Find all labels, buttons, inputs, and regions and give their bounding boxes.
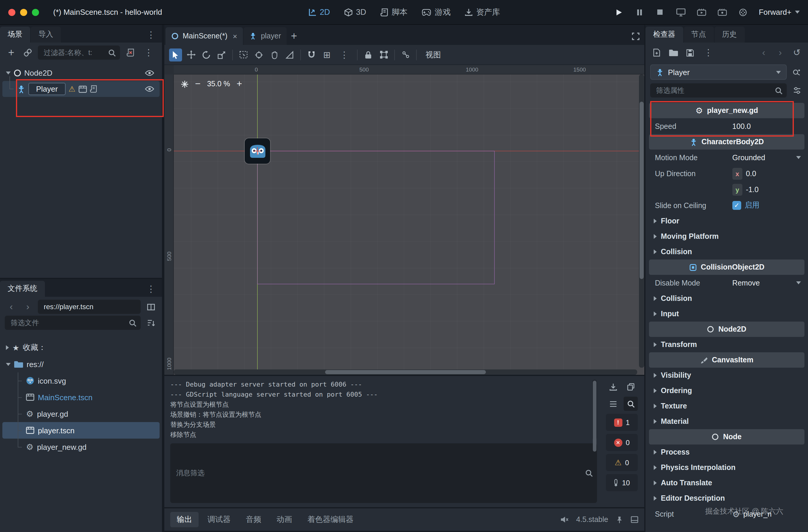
speed-value-field[interactable]: 100.0 — [732, 122, 751, 130]
tab-history[interactable]: 历史 — [714, 26, 745, 42]
output-scrollbar[interactable] — [592, 380, 597, 440]
scrollbar-thumb[interactable] — [325, 370, 486, 374]
bottom-tab-shader-editor[interactable]: 着色器编辑器 — [301, 512, 360, 527]
zoom-window-button[interactable] — [32, 8, 39, 16]
collapse-log-button[interactable] — [606, 397, 620, 411]
tab-inspector[interactable]: 检查器 — [645, 26, 683, 42]
tab-game[interactable]: 游戏 — [422, 7, 451, 17]
group-visibility[interactable]: Visibility — [649, 368, 805, 383]
load-resource-button[interactable] — [667, 46, 680, 59]
grid-snap-button[interactable]: ⊞ — [320, 48, 333, 61]
attached-script-icon[interactable] — [90, 85, 97, 93]
scene-tab-player[interactable]: player — [244, 27, 287, 45]
collapse-icon[interactable] — [6, 363, 11, 366]
scene-tab-mainscene[interactable]: MainScene(*) × — [165, 27, 243, 45]
message-filter-input[interactable] — [175, 469, 582, 478]
2d-viewport[interactable]: 0 500 1000 1500 0 500 1000 — [164, 65, 644, 375]
horizontal-scrollbar[interactable] — [174, 369, 637, 375]
group-collision[interactable]: Collision — [649, 244, 805, 259]
tree-row-player[interactable]: Player ⚠ — [2, 81, 160, 97]
group-physics-interpolation[interactable]: Physics Interpolation — [649, 460, 805, 475]
renderer-selector[interactable]: Forward+ — [759, 8, 800, 17]
property-tools-button[interactable] — [790, 84, 803, 97]
minimize-window-button[interactable] — [20, 8, 27, 16]
file-row-player-gd[interactable]: ⚙ player.gd — [2, 405, 160, 422]
file-row-player-tscn[interactable]: player.tscn — [2, 422, 160, 439]
group-texture[interactable]: Texture — [649, 399, 805, 414]
tab-3d[interactable]: 3D — [344, 8, 366, 17]
view-menu-button[interactable]: 视图 — [421, 49, 446, 60]
group-material[interactable]: Material — [649, 414, 805, 429]
warning-count-badge[interactable]: ⚠ 0 — [606, 454, 638, 471]
node-name-field[interactable]: Player — [29, 83, 66, 95]
root-folder-row[interactable]: res:// — [2, 356, 160, 372]
ruler-tool-button[interactable] — [283, 48, 296, 61]
pan-tool-button[interactable] — [268, 48, 281, 61]
y-value-field[interactable]: -1.0 — [746, 185, 759, 194]
checkbox-checked[interactable]: ✓ — [732, 201, 741, 210]
category-collisionobject2d[interactable]: CollisionObject2D — [649, 259, 805, 275]
category-node[interactable]: Node — [649, 429, 805, 444]
x-value-field[interactable]: 0.0 — [746, 169, 756, 178]
tab-2d[interactable]: 2D — [308, 8, 330, 17]
new-resource-button[interactable] — [650, 46, 663, 59]
tab-assetlib[interactable]: 资产库 — [465, 7, 500, 17]
file-row-icon-svg[interactable]: icon.svg — [2, 372, 160, 389]
file-filter-input[interactable] — [10, 318, 126, 328]
zoom-level[interactable]: 35.0 % — [207, 80, 230, 88]
scrollbar-thumb[interactable] — [593, 381, 596, 452]
resource-menu-button[interactable]: ⋮ — [700, 47, 717, 58]
category-canvasitem[interactable]: CanvasItem — [649, 352, 805, 368]
select-list-button[interactable] — [237, 48, 250, 61]
snap-options-button[interactable]: ⋮ — [336, 49, 353, 60]
group-transform[interactable]: Transform — [649, 337, 805, 352]
bottom-tab-audio[interactable]: 音频 — [239, 512, 268, 527]
new-scene-tab-button[interactable]: + — [288, 30, 300, 42]
rotate-tool-button[interactable] — [200, 48, 213, 61]
group-auto-translate[interactable]: Auto Translate — [649, 475, 805, 491]
pin-bottom-panel-icon[interactable] — [616, 516, 623, 524]
add-node-button[interactable]: + — [5, 46, 18, 59]
scrollbar-thumb[interactable] — [640, 102, 644, 279]
mute-icon[interactable] — [561, 516, 569, 523]
zoom-in-button[interactable]: + — [237, 79, 242, 89]
inspector-object-selector[interactable]: Player — [650, 65, 787, 80]
disable-mode-dropdown[interactable]: Remove — [732, 279, 760, 287]
tab-import[interactable]: 导入 — [31, 26, 61, 42]
save-log-button[interactable] — [606, 380, 620, 394]
expand-bottom-panel-icon[interactable] — [631, 516, 638, 523]
instantiate-scene-button[interactable] — [21, 46, 34, 59]
pause-button[interactable] — [633, 6, 646, 19]
move-tool-button[interactable] — [184, 48, 198, 61]
skeleton-options-button[interactable] — [399, 48, 412, 61]
group-node-button[interactable] — [377, 48, 390, 61]
scale-tool-button[interactable] — [215, 48, 228, 61]
snap-toggle-button[interactable] — [305, 48, 318, 61]
group-process[interactable]: Process — [649, 444, 805, 460]
pivot-tool-button[interactable] — [252, 48, 265, 61]
play-button[interactable] — [612, 6, 625, 19]
search-log-button[interactable] — [624, 397, 638, 411]
warning-icon[interactable]: ⚠ — [69, 85, 75, 93]
error-warning-count-badge[interactable]: ! 1 — [606, 414, 638, 431]
group-ordering[interactable]: Ordering — [649, 383, 805, 399]
file-row-player-new-gd[interactable]: ⚙ player_new.gd — [2, 439, 160, 455]
play-custom-scene-button[interactable] — [716, 6, 729, 19]
object-extra-button[interactable] — [790, 66, 803, 79]
close-icon[interactable]: × — [233, 32, 237, 40]
group-input[interactable]: Input — [649, 306, 805, 322]
tree-row-node2d[interactable]: Node2D — [2, 65, 160, 81]
current-path-input[interactable] — [42, 302, 136, 312]
scene-dock-menu-button[interactable]: ⋮ — [143, 29, 160, 40]
filesystem-menu-button[interactable]: ⋮ — [143, 283, 160, 294]
tab-scene[interactable]: 场景 — [0, 26, 30, 42]
script-section-header[interactable]: ⚙ player_new.gd — [649, 103, 805, 118]
bottom-tab-animation[interactable]: 动画 — [270, 512, 298, 527]
group-collision2[interactable]: Collision — [649, 291, 805, 306]
file-row-mainscene[interactable]: MainScene.tscn — [2, 389, 160, 405]
scene-filter-input[interactable] — [42, 48, 105, 57]
group-editor-description[interactable]: Editor Description — [649, 491, 805, 506]
group-moving-platform[interactable]: Moving Platform — [649, 229, 805, 244]
error-count-badge[interactable]: ✕ 0 — [606, 434, 638, 451]
detach-script-button[interactable] — [124, 46, 136, 59]
